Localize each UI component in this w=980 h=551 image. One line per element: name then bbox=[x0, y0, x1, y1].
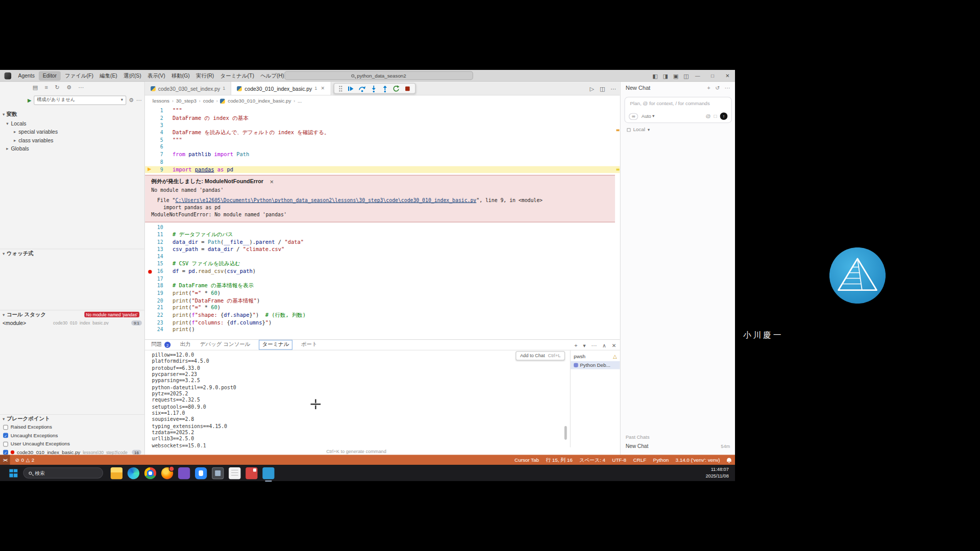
checkbox-icon[interactable]: ✓ bbox=[3, 433, 8, 438]
panel-tab-出力[interactable]: 出力 bbox=[180, 341, 191, 349]
variable-item[interactable]: ▸Globals bbox=[0, 144, 144, 153]
menu-item-view[interactable]: 表示(V) bbox=[144, 70, 168, 82]
gutter[interactable]: 22 bbox=[145, 312, 167, 319]
code-line[interactable]: 20print("DataFrame の基本情報") bbox=[145, 297, 620, 304]
gutter[interactable]: 18 bbox=[145, 283, 167, 290]
step-over-icon[interactable] bbox=[358, 85, 366, 92]
menu-item-go[interactable]: 移動(G) bbox=[168, 70, 193, 82]
section-callstack[interactable]: ▾ コール スタック No module named 'pandas' bbox=[0, 310, 144, 318]
menu-item-agents[interactable]: Agents bbox=[15, 70, 38, 82]
section-watch[interactable]: ▾ ウォッチ式 bbox=[0, 248, 144, 257]
code-line[interactable]: 12data_dir = Path(__file__).parent / "da… bbox=[145, 239, 620, 246]
recent-chat-row[interactable]: New Chat 54m bbox=[626, 443, 730, 449]
vscode-icon[interactable] bbox=[262, 467, 274, 479]
gutter[interactable]: 12 bbox=[145, 239, 167, 246]
breadcrumb-item[interactable]: code30_010_index_basic.py bbox=[228, 98, 291, 104]
code-line[interactable]: 21print("=" * 60) bbox=[145, 305, 620, 312]
maximize-button[interactable]: □ bbox=[705, 70, 720, 82]
context-local[interactable]: Local ▾ bbox=[627, 127, 650, 133]
start-debug-icon[interactable]: ▶ bbox=[28, 97, 32, 103]
breakpoint-icon[interactable] bbox=[148, 270, 152, 273]
close-icon[interactable]: ✕ bbox=[270, 179, 274, 185]
chat-more-icon[interactable]: ⋯ bbox=[725, 85, 730, 91]
pdf-viewer-icon[interactable] bbox=[246, 467, 257, 479]
status-item[interactable]: 行 15, 列 16 bbox=[546, 456, 572, 463]
gutter[interactable]: 8 bbox=[145, 159, 167, 166]
status-item[interactable]: Python bbox=[653, 457, 669, 463]
panel-close-icon[interactable]: ✕ bbox=[612, 342, 617, 348]
open-editors-icon[interactable]: ▤ bbox=[33, 84, 38, 92]
variable-item[interactable]: ▾Locals bbox=[0, 119, 144, 128]
send-button[interactable]: ↑ bbox=[720, 112, 728, 120]
stop-icon[interactable] bbox=[404, 85, 411, 92]
more-actions-icon[interactable]: ⋯ bbox=[136, 96, 142, 104]
code-line[interactable]: 22print(f"shape: {df.shape}") # (行数, 列数) bbox=[145, 312, 620, 319]
visual-studio-icon[interactable] bbox=[178, 467, 190, 479]
layout-secondary-icon[interactable]: ◫ bbox=[683, 73, 689, 79]
code-line[interactable]: 2DataFrame の index の基本 bbox=[145, 115, 620, 122]
terminal-list-item[interactable]: Python Deb... bbox=[571, 361, 620, 369]
minimize-button[interactable]: — bbox=[690, 70, 705, 82]
layout-sidebar-icon[interactable]: ◧ bbox=[652, 73, 657, 79]
gutter[interactable]: 16 bbox=[145, 268, 167, 275]
breadcrumb-item[interactable]: ... bbox=[298, 98, 302, 104]
stack-frame-row[interactable]: <module> code30_010_index_basic.py 9:1 bbox=[0, 318, 144, 327]
gutter[interactable]: 5 bbox=[145, 137, 167, 144]
section-breakpoints[interactable]: ▾ ブレークポイント bbox=[0, 414, 144, 423]
gutter[interactable]: 7 bbox=[145, 151, 167, 158]
panel-more-icon[interactable]: ⋯ bbox=[592, 342, 597, 348]
step-out-icon[interactable] bbox=[381, 85, 389, 92]
menu-item-selection[interactable]: 選択(S) bbox=[120, 70, 144, 82]
gutter[interactable]: 4 bbox=[145, 130, 167, 137]
section-variables[interactable]: ▾ 変数 bbox=[0, 110, 144, 119]
start-button[interactable] bbox=[9, 469, 17, 477]
status-item[interactable]: Cursor Tab bbox=[514, 457, 539, 463]
status-item[interactable]: UTF-8 bbox=[612, 457, 626, 463]
code-line[interactable]: 13csv_path = data_dir / "climate.csv" bbox=[145, 246, 620, 253]
notepad-icon[interactable] bbox=[229, 467, 240, 479]
panel-tab-ポート[interactable]: ポート bbox=[301, 341, 317, 349]
continue-icon[interactable] bbox=[347, 85, 355, 92]
menu-item-file[interactable]: ファイル(F) bbox=[62, 70, 96, 82]
firefox-icon[interactable] bbox=[161, 467, 173, 479]
gutter[interactable]: 10 bbox=[145, 224, 167, 231]
new-terminal-icon[interactable]: + bbox=[574, 342, 577, 348]
code-line[interactable]: 24print() bbox=[145, 327, 620, 334]
gutter[interactable]: 15 bbox=[145, 261, 167, 268]
restart-icon[interactable] bbox=[393, 85, 400, 92]
code-line[interactable]: 8 bbox=[145, 159, 620, 166]
code-line[interactable]: 23print(f"columns: {df.columns}") bbox=[145, 319, 620, 326]
layout-grid-icon[interactable]: ▣ bbox=[673, 73, 678, 79]
step-into-icon[interactable] bbox=[370, 85, 378, 92]
code-editor[interactable]: 1"""2DataFrame の index の基本34DataFrame を読… bbox=[145, 106, 620, 339]
editor-tab[interactable]: code30_030_set_index.py1 bbox=[145, 82, 231, 95]
breakpoint-row[interactable]: ✓code30_010_index_basic.pylessons\30_ste… bbox=[0, 448, 144, 455]
taskbar-search[interactable]: 検索 bbox=[23, 467, 103, 479]
run-python-file-icon[interactable]: ▷ bbox=[590, 86, 594, 92]
debug-config-dropdown[interactable]: 構成がありません ▾ bbox=[34, 95, 126, 105]
gutter[interactable]: 13 bbox=[145, 246, 167, 253]
edge-icon[interactable] bbox=[128, 467, 139, 479]
code-line[interactable]: 14 bbox=[145, 253, 620, 260]
gear-icon[interactable]: ⚙ bbox=[66, 84, 71, 92]
code-line[interactable]: 19print("=" * 60) bbox=[145, 290, 620, 297]
editor-tab[interactable]: code30_010_index_basic.py1✕ bbox=[232, 82, 331, 95]
remote-indicator-icon[interactable]: >< bbox=[0, 455, 10, 465]
menu-item-terminal[interactable]: ターミナル(T) bbox=[217, 70, 257, 82]
gutter[interactable]: 3 bbox=[145, 122, 167, 129]
variable-item[interactable]: ▸special variables bbox=[0, 128, 144, 136]
close-button[interactable]: ✕ bbox=[720, 70, 735, 82]
variable-item[interactable]: ▸class variables bbox=[0, 136, 144, 145]
code-line[interactable]: 3 bbox=[145, 122, 620, 129]
code-line[interactable]: 18# DataFrame の基本情報を表示 bbox=[145, 283, 620, 290]
image-icon[interactable]: □ bbox=[714, 113, 717, 119]
gutter[interactable]: 14 bbox=[145, 253, 167, 260]
terminal-dropdown-icon[interactable]: ▾ bbox=[583, 342, 585, 348]
code-line[interactable]: 5""" bbox=[145, 137, 620, 144]
code-line[interactable]: 6 bbox=[145, 144, 620, 151]
ellipsis-icon[interactable]: ⋯ bbox=[79, 84, 84, 92]
code-line[interactable]: 7from pathlib import Path bbox=[145, 151, 620, 158]
chrome-icon[interactable] bbox=[144, 467, 156, 479]
gutter[interactable]: 2 bbox=[145, 115, 167, 122]
gutter[interactable]: 11 bbox=[145, 232, 167, 239]
